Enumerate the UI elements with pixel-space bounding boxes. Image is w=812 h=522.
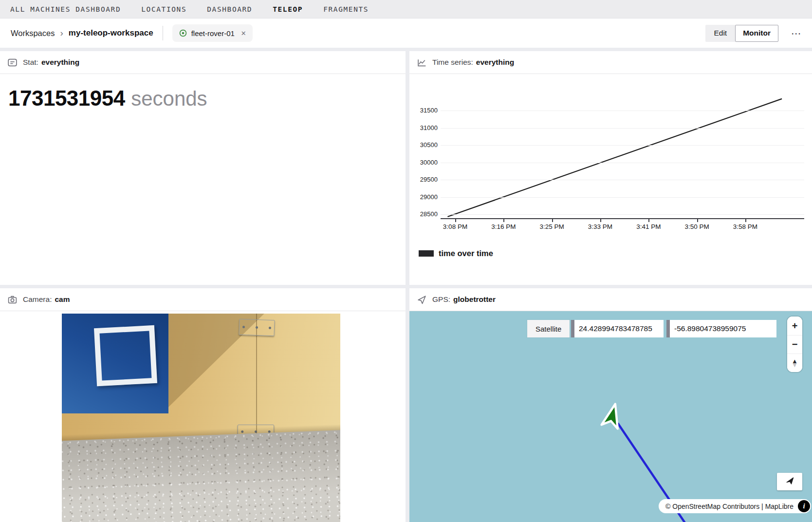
stat-value: 1731531954 — [8, 86, 125, 110]
stat-panel-header: Stat: everything — [0, 51, 406, 74]
top-nav-bar: ALL MACHINES DASHBOARD LOCATIONS DASHBOA… — [0, 0, 812, 19]
y-axis-tick-label: 31000 — [409, 124, 438, 131]
more-options-button[interactable]: ⋯ — [791, 28, 801, 38]
x-axis-tick — [697, 219, 698, 222]
gridline — [441, 163, 804, 163]
breadcrumb-bar: Workspaces › my-teleop-workspace fleet-r… — [0, 19, 812, 48]
nav-all-machines-dashboard[interactable]: ALL MACHINES DASHBOARD — [10, 5, 121, 13]
locate-arrow-icon — [785, 476, 794, 487]
camera-panel-name: cam — [55, 295, 70, 304]
machine-chip-label: fleet-rover-01 — [191, 29, 235, 37]
gridline — [441, 145, 804, 146]
x-axis-tick — [648, 219, 649, 222]
edit-button[interactable]: Edit — [705, 25, 735, 42]
legend-label: time over time — [439, 249, 493, 258]
stat-panel-name: everything — [41, 58, 79, 67]
stat-panel: Stat: everything 1731531954 seconds — [0, 51, 406, 285]
camera-white-square-frame — [94, 325, 157, 386]
breadcrumb-separator-icon: › — [60, 28, 63, 38]
compass-pitch-button[interactable]: ▲ ▼ — [787, 354, 802, 372]
x-axis-tick — [745, 219, 746, 222]
y-axis-tick-label: 31500 — [409, 107, 438, 114]
gridline — [441, 180, 804, 180]
gps-navigation-icon — [417, 295, 427, 305]
satellite-toggle-button[interactable]: Satellite — [527, 320, 570, 337]
gps-panel-type-label: GPS: — [432, 295, 450, 304]
recenter-button[interactable] — [777, 473, 802, 490]
gridline — [441, 214, 804, 215]
camera-panel: Camera: cam — [0, 288, 406, 522]
gps-track-overlay — [409, 311, 812, 522]
x-axis-line — [441, 218, 804, 219]
x-axis-tick-label: 3:25 PM — [534, 223, 571, 230]
nav-teleop[interactable]: TELEOP — [273, 5, 303, 13]
y-axis-tick-label: 29500 — [409, 176, 438, 183]
x-axis-tick-label: 3:58 PM — [727, 223, 764, 230]
y-axis-tick-label: 30500 — [409, 141, 438, 149]
zoom-in-button[interactable]: + — [787, 317, 802, 335]
breadcrumb-workspaces[interactable]: Workspaces — [11, 29, 55, 38]
x-axis-tick — [552, 219, 553, 222]
widget-grid: Stat: everything 1731531954 seconds Time… — [0, 48, 812, 522]
y-axis-tick-label: 29000 — [409, 193, 438, 201]
compass-south-icon: ▼ — [792, 363, 798, 367]
attribution-text: © OpenStreetMap Contributors | MapLibre — [665, 503, 794, 510]
nav-dashboard[interactable]: DASHBOARD — [207, 5, 252, 13]
camera-icon — [7, 295, 18, 305]
breadcrumb-current-workspace: my-teleop-workspace — [69, 28, 153, 38]
x-axis-tick-label: 3:50 PM — [679, 223, 716, 230]
gridline — [441, 111, 804, 111]
map-attribution: © OpenStreetMap Contributors | MapLibre … — [659, 499, 811, 513]
timeseries-panel-type-label: Time series: — [432, 58, 473, 67]
stat-panel-type-label: Stat: — [23, 58, 38, 67]
nav-locations[interactable]: LOCATIONS — [141, 5, 186, 13]
camera-metal-bracket-top — [239, 319, 275, 336]
machine-chip-fleet-rover-01[interactable]: fleet-rover-01 ✕ — [172, 24, 253, 42]
map-zoom-controls: + − ▲ ▼ — [787, 317, 802, 372]
gps-panel-name: globetrotter — [453, 295, 496, 304]
x-axis-tick-label: 3:33 PM — [582, 223, 619, 230]
x-axis-tick-label: 3:41 PM — [630, 223, 667, 230]
breadcrumb-divider — [163, 26, 163, 40]
gps-map[interactable]: Satellite + − ▲ ▼ © OpenStreetMap Co — [409, 311, 812, 522]
gridline — [441, 197, 804, 198]
camera-panel-type-label: Camera: — [23, 295, 52, 304]
x-axis-tick — [503, 219, 504, 222]
gps-panel: GPS: globetrotter Satellite + − ▲ ▼ — [409, 288, 812, 522]
x-axis-tick — [600, 219, 601, 222]
camera-panel-header: Camera: cam — [0, 288, 406, 311]
timeseries-panel-header: Time series: everything — [409, 51, 812, 74]
stat-unit: seconds — [131, 87, 207, 110]
latitude-input[interactable] — [571, 320, 664, 337]
chart-legend: time over time — [419, 249, 493, 258]
x-axis-tick — [455, 219, 456, 222]
gridline — [441, 128, 804, 129]
camera-stream-image — [62, 314, 340, 522]
nav-fragments[interactable]: FRAGMENTS — [323, 5, 369, 13]
timeseries-panel: Time series: everything time over time 3… — [409, 51, 812, 285]
stat-icon — [7, 57, 18, 68]
y-axis-tick-label: 30000 — [409, 159, 438, 166]
machine-chip-close-icon[interactable]: ✕ — [241, 30, 246, 37]
stat-value-row: 1731531954 seconds — [8, 86, 207, 111]
timeseries-panel-name: everything — [476, 58, 514, 67]
monitor-button[interactable]: Monitor — [735, 25, 778, 42]
zoom-out-button[interactable]: − — [787, 335, 802, 354]
machine-status-icon — [179, 29, 187, 37]
info-icon[interactable]: i — [798, 500, 810, 512]
gps-panel-header: GPS: globetrotter — [409, 288, 812, 311]
legend-swatch — [419, 250, 434, 257]
line-chart-icon — [417, 57, 427, 68]
longitude-input[interactable] — [666, 320, 776, 337]
x-axis-tick-label: 3:16 PM — [485, 223, 522, 230]
camera-carpet-floor — [62, 429, 340, 522]
x-axis-tick-label: 3:08 PM — [437, 223, 474, 230]
y-axis-tick-label: 28500 — [409, 210, 438, 218]
